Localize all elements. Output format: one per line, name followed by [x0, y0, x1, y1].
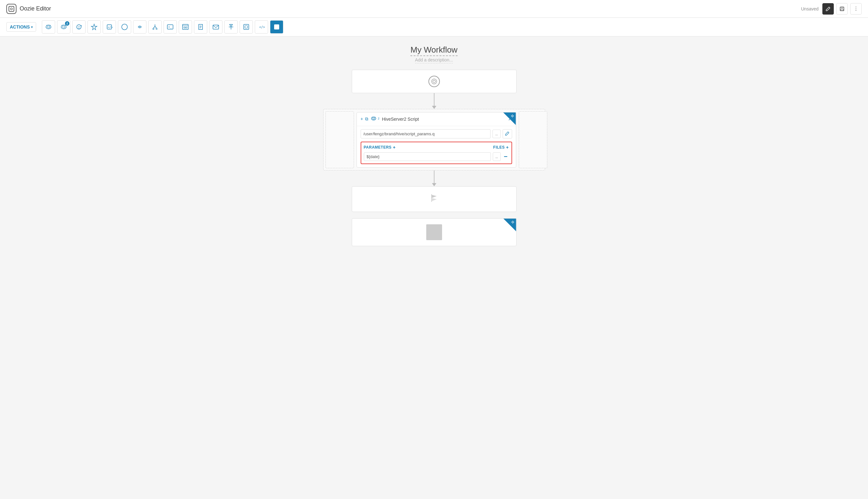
arrow-action-to-end [432, 170, 436, 186]
header-left: Oozie Editor [6, 4, 51, 14]
svg-point-15 [79, 26, 80, 27]
tool-generic[interactable]: </> [255, 20, 268, 34]
tool-subworkflow[interactable] [240, 20, 253, 34]
svg-rect-44 [274, 24, 279, 29]
svg-point-51 [371, 117, 376, 120]
svg-line-23 [155, 26, 157, 28]
svg-line-37 [229, 24, 231, 26]
tool-email[interactable] [209, 20, 222, 34]
svg-point-10 [62, 26, 65, 28]
svg-point-52 [373, 118, 375, 119]
tool-decision[interactable] [118, 20, 131, 34]
app-logo [6, 4, 16, 14]
svg-point-13 [77, 25, 81, 29]
svg-point-24 [153, 28, 154, 29]
svg-point-19 [122, 24, 128, 30]
bottom-node-placeholder [426, 224, 442, 240]
svg-rect-31 [186, 27, 187, 28]
svg-point-46 [433, 80, 435, 83]
svg-text:>_: >_ [168, 25, 172, 28]
arrow-start-to-action [432, 93, 436, 109]
param-browse-button[interactable]: .. [493, 153, 501, 161]
bottom-action-node [352, 218, 517, 246]
hive2-badge: 2 [65, 21, 69, 26]
more-icon: ⋮ [853, 6, 858, 12]
action-area: + ⧉ 2 [325, 111, 547, 168]
toolbar: ACTIONS ▾ 2 [0, 18, 868, 36]
tool-join[interactable] [224, 20, 238, 34]
action-icons: + ⧉ [361, 116, 368, 122]
right-placeholder [519, 111, 547, 168]
script-path-input[interactable] [361, 129, 491, 138]
save-button[interactable] [836, 3, 848, 15]
app-title: Oozie Editor [20, 5, 51, 12]
tool-fork[interactable] [148, 20, 161, 34]
hive-card-header: + ⧉ 2 [357, 112, 516, 126]
tool-mapreduce[interactable]: </> [103, 20, 116, 34]
tool-spark[interactable] [87, 20, 101, 34]
hive-action-node: + ⧉ 2 [357, 112, 516, 168]
svg-point-45 [432, 79, 437, 84]
svg-rect-41 [244, 24, 249, 29]
workflow-description[interactable]: Add a description... [415, 57, 453, 63]
app-header: Oozie Editor Unsaved ⋮ [0, 0, 868, 18]
workflow-title[interactable]: My Workflow [410, 45, 457, 56]
svg-text:</>: </> [108, 26, 113, 29]
unsaved-label: Unsaved [801, 6, 819, 11]
copy-icon[interactable]: ⧉ [365, 116, 368, 122]
svg-marker-16 [91, 24, 97, 30]
param-value-input[interactable] [364, 153, 491, 161]
start-circle-icon [429, 76, 440, 87]
left-placeholder [325, 111, 354, 168]
tool-shell[interactable]: >_ [164, 20, 177, 34]
files-label: FILES + [493, 145, 509, 150]
add-file-button[interactable]: + [506, 145, 509, 150]
tool-hive2[interactable]: 2 [57, 20, 70, 34]
hive-card-body: .. PA [357, 126, 516, 167]
svg-rect-35 [213, 25, 219, 29]
svg-line-22 [153, 26, 155, 28]
svg-line-38 [231, 24, 233, 26]
remove-param-button[interactable]: − [503, 153, 509, 160]
hive-node-title: HiveServer2 Script [382, 117, 505, 122]
svg-text:</>: </> [259, 25, 265, 29]
more-button[interactable]: ⋮ [850, 3, 862, 15]
workflow-canvas: My Workflow Add a description... [0, 36, 868, 499]
svg-rect-4 [841, 9, 843, 11]
params-files-section: PARAMETERS + FILES + [361, 142, 512, 164]
script-edit-button[interactable] [503, 129, 512, 138]
script-path-row: .. [361, 129, 512, 138]
svg-rect-0 [9, 6, 14, 11]
end-flag-icon [429, 192, 440, 206]
svg-point-1 [11, 8, 12, 10]
tool-distcp[interactable] [133, 20, 146, 34]
svg-point-5 [46, 25, 51, 29]
add-parameter-button[interactable]: + [393, 145, 396, 150]
tool-ssh[interactable] [179, 20, 192, 34]
end-node [352, 186, 517, 212]
edit-button[interactable] [822, 3, 834, 15]
actions-label: ACTIONS [10, 24, 30, 29]
script-browse-button[interactable]: .. [493, 130, 501, 138]
actions-dropdown[interactable]: ACTIONS ▾ [6, 22, 36, 32]
tool-pig[interactable] [72, 20, 86, 34]
bottom-corner-badge [504, 219, 516, 231]
start-node [352, 70, 517, 93]
param-row: .. − [364, 153, 509, 161]
add-icon[interactable]: + [361, 116, 363, 122]
tool-hive1[interactable] [42, 20, 55, 34]
svg-point-9 [61, 25, 66, 29]
tool-filled[interactable] [270, 20, 283, 34]
tool-fs[interactable] [194, 20, 207, 34]
header-right: Unsaved ⋮ [801, 3, 862, 15]
parameters-label: PARAMETERS + [364, 145, 396, 150]
params-files-header: PARAMETERS + FILES + [364, 145, 509, 150]
svg-point-6 [47, 26, 50, 28]
chevron-down-icon: ▾ [31, 25, 33, 29]
svg-rect-28 [182, 24, 188, 29]
svg-rect-42 [245, 26, 248, 28]
svg-rect-30 [184, 27, 185, 28]
hive2-node-icon: 2 [371, 115, 379, 123]
svg-point-25 [156, 28, 157, 29]
hive-card: + ⧉ 2 [357, 112, 516, 168]
